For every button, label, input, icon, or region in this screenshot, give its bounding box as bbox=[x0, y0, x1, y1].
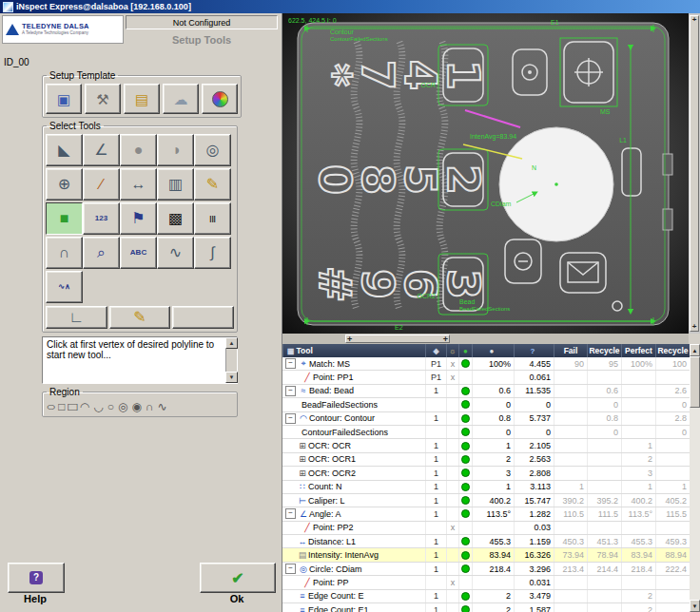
zoom-in-button[interactable]: + bbox=[692, 16, 697, 24]
table-row[interactable]: ╱Point: PP2x0.03 bbox=[282, 522, 690, 535]
recycle-limit-cell bbox=[587, 467, 621, 479]
table-row[interactable]: −⌖Match: MSP1x100%4.4559095100%100 bbox=[282, 357, 690, 371]
template-library-button[interactable]: ▤ bbox=[124, 84, 160, 114]
fail-column-header[interactable]: Fail bbox=[554, 344, 587, 357]
corner-tool-button[interactable]: ∟ bbox=[46, 306, 107, 329]
flag-tool-button[interactable]: ⚑ bbox=[120, 202, 157, 235]
datamatrix-tool-button[interactable]: ▩ bbox=[157, 202, 194, 235]
table-row[interactable]: ⊢Caliper: L1400.215.747390.2395.2400.240… bbox=[282, 494, 690, 507]
ok-button[interactable]: ✔ bbox=[200, 563, 276, 593]
table-scroll-thumb[interactable] bbox=[690, 356, 700, 408]
region-ellipse-icon[interactable]: ○ bbox=[46, 400, 56, 413]
table-row[interactable]: ╱Point: PP1P1x0.061 bbox=[282, 371, 690, 384]
brand-name: TELEDYNE DALSA bbox=[22, 23, 89, 30]
count-tool-button[interactable]: 123 bbox=[83, 202, 120, 235]
recycle2-limit-cell: 115.5 bbox=[655, 507, 690, 520]
fail-limit-cell bbox=[554, 439, 587, 451]
expander-icon[interactable]: − bbox=[285, 564, 296, 574]
table-row[interactable]: ⊞OCR: OCR1122.5632 bbox=[282, 453, 690, 467]
camera-view[interactable]: *0#789456123 bbox=[282, 13, 689, 334]
results-table-header[interactable]: ▦Tool ◈ ☼ ● ● ? Fail Recycle Perfect Rec… bbox=[282, 344, 690, 357]
e1-annotation: E1 bbox=[551, 19, 559, 26]
image-vscroll-thumb[interactable]: + + bbox=[690, 15, 699, 332]
hint-scroll-up-icon[interactable]: ▲ bbox=[225, 337, 238, 349]
fixture-cell bbox=[425, 576, 446, 588]
region-rect-icon[interactable]: □ bbox=[68, 400, 78, 413]
wave-tool-button[interactable]: ∿ bbox=[157, 237, 194, 269]
bead-tool-button[interactable]: ∩ bbox=[46, 237, 83, 269]
expander-icon[interactable]: − bbox=[285, 508, 296, 519]
region-arc-up-icon[interactable]: ◠ bbox=[80, 400, 89, 413]
perfect-limit-cell: 100% bbox=[621, 357, 655, 370]
annulus-tool-button[interactable]: ◎ bbox=[194, 134, 231, 166]
image-hscroll-thumb[interactable]: + + bbox=[345, 335, 450, 343]
table-row[interactable]: −∠Angle: A1113.5°1.282110.5111.5113.5°11… bbox=[282, 507, 690, 521]
draw-tool-button[interactable]: ✎ bbox=[109, 306, 171, 329]
template-tools-button[interactable]: ⚒ bbox=[85, 84, 121, 114]
pencil-tool-button[interactable]: ✎ bbox=[194, 168, 231, 201]
table-row[interactable]: ╱Point: PPx0.031 bbox=[282, 576, 690, 589]
region-ring-icon[interactable]: ◎ bbox=[118, 400, 127, 413]
region-dome-icon[interactable]: ∩ bbox=[146, 400, 154, 413]
expander-icon[interactable]: − bbox=[285, 358, 296, 369]
table-row[interactable]: ≡Edge Count: E123.4792 bbox=[282, 590, 690, 603]
table-scroll-track[interactable] bbox=[690, 356, 700, 600]
table-row[interactable]: −◠Contour: Contour10.85.7370.82.8 bbox=[282, 412, 690, 426]
region-square-icon[interactable]: □ bbox=[58, 400, 65, 413]
table-scroll-down-icon[interactable]: ▼ bbox=[690, 600, 700, 612]
camera-image[interactable]: *0#789456123 bbox=[282, 13, 689, 334]
zoom-out-button[interactable]: + bbox=[692, 323, 697, 331]
help-button[interactable]: ? bbox=[8, 563, 65, 593]
blank-tool-button[interactable] bbox=[172, 306, 234, 329]
hint-scrollbar[interactable]: ▲ ▼ bbox=[225, 337, 237, 383]
pass-status-dot bbox=[461, 496, 470, 505]
table-vscrollbar[interactable]: ▲ ▼ bbox=[690, 344, 700, 612]
tool-name: Intensity: IntenAvg bbox=[308, 550, 379, 560]
expander-icon[interactable]: − bbox=[285, 386, 296, 396]
rect-tool-button[interactable]: ■ bbox=[46, 202, 83, 235]
ocr-tool-button[interactable]: ABC bbox=[120, 237, 157, 269]
table-scroll-up-icon[interactable]: ▲ bbox=[690, 344, 700, 356]
table-row[interactable]: ↔Distance: L11455.31.159450.3451.3455.34… bbox=[282, 535, 690, 548]
table-row[interactable]: ContourFailedSections0000 bbox=[282, 426, 690, 439]
recycle-limit-cell: 395.2 bbox=[587, 494, 621, 507]
expander-icon[interactable]: − bbox=[285, 413, 296, 424]
table-row[interactable]: ∷Count: N113.113111 bbox=[282, 481, 690, 494]
image-hscrollbar[interactable]: + + bbox=[282, 334, 689, 344]
template-palette-button[interactable] bbox=[202, 84, 238, 114]
image-vscrollbar[interactable]: + + bbox=[689, 13, 700, 334]
table-row[interactable]: BeadFailedSections0000 bbox=[282, 398, 690, 411]
table-row[interactable]: −≈Bead: Bead10.611.5350.62.6 bbox=[282, 385, 690, 398]
recycle-limit-cell: 214.4 bbox=[587, 563, 621, 575]
distance-tool-button[interactable]: ↔ bbox=[120, 168, 157, 201]
perfect-column-header[interactable]: Perfect bbox=[621, 344, 655, 357]
table-row[interactable]: ⊞OCR: OCR112.1051 bbox=[282, 439, 690, 452]
ruler-tool-button[interactable]: ∕ bbox=[83, 168, 120, 201]
table-row[interactable]: ≡Edge Count: E1121.5872 bbox=[282, 603, 690, 612]
region-arc-down-icon[interactable]: ◡ bbox=[93, 400, 103, 413]
pie-tool-button[interactable]: ◑ bbox=[157, 134, 194, 166]
hint-scroll-down-icon[interactable]: ▼ bbox=[225, 372, 238, 383]
region-wave-icon[interactable]: ∿ bbox=[158, 400, 167, 413]
pan-right-button[interactable]: + bbox=[443, 335, 448, 343]
pan-left-button[interactable]: + bbox=[347, 335, 352, 343]
recycle-column-header[interactable]: Recycle bbox=[587, 344, 621, 357]
curve-tool-button[interactable]: ∫ bbox=[194, 237, 231, 269]
region-circle-icon[interactable]: ○ bbox=[107, 400, 114, 413]
caliper-tool-button[interactable]: ⊕ bbox=[46, 168, 83, 201]
template-shapes-button[interactable]: ☁ bbox=[163, 84, 199, 114]
barcode-tool-button[interactable]: ||| bbox=[194, 202, 231, 235]
grid-tool-button[interactable]: ▥ bbox=[157, 168, 194, 201]
table-row[interactable]: −◎Circle: CDiam1218.43.296213.4214.4218.… bbox=[282, 563, 690, 576]
template-sensor-button[interactable]: ▣ bbox=[46, 84, 82, 114]
search-tool-button[interactable]: ⌕ bbox=[83, 237, 120, 269]
triangle-tool-button[interactable]: ◣ bbox=[46, 134, 83, 166]
profile-tool-button[interactable]: ∿∧ bbox=[46, 271, 83, 303]
table-row[interactable]: ▤Intensity: IntenAvg183.9416.32673.9478.… bbox=[282, 548, 690, 562]
circle-tool-button[interactable]: ● bbox=[120, 134, 157, 166]
region-target-icon[interactable]: ◉ bbox=[131, 400, 141, 413]
table-row[interactable]: ⊞OCR: OCR2132.8083 bbox=[282, 467, 690, 480]
tool-cell: ╱Point: PP1 bbox=[282, 371, 425, 383]
recycle2-column-header[interactable]: Recycle bbox=[655, 344, 690, 357]
angle-tool-button[interactable]: ∠ bbox=[83, 134, 120, 166]
